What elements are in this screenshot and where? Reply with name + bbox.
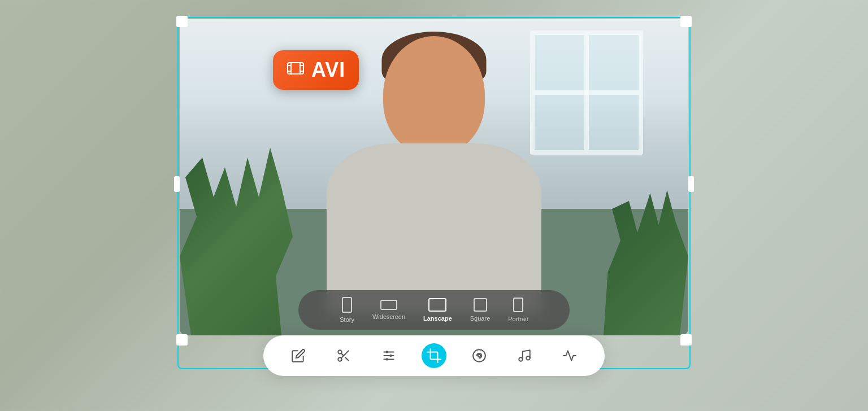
aspect-story[interactable]: Story bbox=[340, 297, 354, 323]
crop-icon bbox=[427, 348, 441, 363]
aspect-widescreen-label: Widescreen bbox=[372, 313, 405, 320]
svg-point-18 bbox=[473, 349, 485, 362]
aspect-square[interactable]: Square bbox=[470, 298, 490, 322]
pencil-icon bbox=[291, 348, 306, 363]
adjust-button[interactable] bbox=[376, 343, 401, 368]
aspect-landscape[interactable]: Lanscape bbox=[423, 298, 452, 322]
aspect-portrait-label: Portrait bbox=[508, 316, 528, 322]
scissors-icon bbox=[336, 348, 351, 363]
square-shape-icon bbox=[474, 298, 487, 312]
aspect-toolbar: Story Widescreen Lanscape Square bbox=[298, 290, 570, 330]
edit-button[interactable] bbox=[286, 343, 311, 368]
svg-point-16 bbox=[389, 355, 392, 357]
avi-badge[interactable]: AVI bbox=[273, 50, 359, 90]
audio-button[interactable] bbox=[512, 343, 537, 368]
head bbox=[383, 36, 485, 155]
tools-toolbar bbox=[263, 335, 605, 376]
sliders-icon bbox=[381, 348, 396, 363]
aspect-widescreen[interactable]: Widescreen bbox=[372, 300, 405, 320]
landscape-shape-icon bbox=[428, 298, 446, 312]
video-area bbox=[180, 19, 688, 335]
svg-line-11 bbox=[341, 353, 344, 356]
aspect-landscape-label: Lanscape bbox=[423, 315, 452, 322]
svg-rect-0 bbox=[288, 63, 303, 74]
aspect-portrait[interactable]: Portrait bbox=[508, 298, 528, 322]
svg-point-20 bbox=[519, 357, 523, 361]
waveform-icon bbox=[562, 348, 577, 363]
portrait-shape-icon bbox=[513, 298, 523, 312]
person-figure bbox=[180, 19, 688, 335]
aspect-square-label: Square bbox=[470, 315, 490, 322]
story-shape-icon bbox=[342, 297, 352, 313]
body bbox=[327, 143, 541, 313]
svg-point-17 bbox=[386, 358, 388, 360]
aspect-story-label: Story bbox=[340, 316, 354, 323]
music-icon bbox=[517, 348, 532, 363]
crop-button[interactable] bbox=[422, 343, 446, 368]
watermark-button[interactable] bbox=[467, 343, 492, 368]
scene: AVI Story Widescreen Lanscape bbox=[0, 0, 868, 411]
main-card: AVI Story Widescreen Lanscape bbox=[180, 19, 688, 392]
svg-point-21 bbox=[526, 356, 530, 360]
watermark-icon bbox=[472, 348, 487, 363]
svg-line-10 bbox=[345, 357, 349, 361]
avi-label: AVI bbox=[311, 58, 345, 82]
widescreen-shape-icon bbox=[380, 300, 397, 310]
film-icon bbox=[287, 59, 305, 81]
svg-point-15 bbox=[386, 351, 388, 353]
speed-button[interactable] bbox=[557, 343, 582, 368]
svg-point-19 bbox=[478, 355, 480, 357]
trim-button[interactable] bbox=[331, 343, 356, 368]
